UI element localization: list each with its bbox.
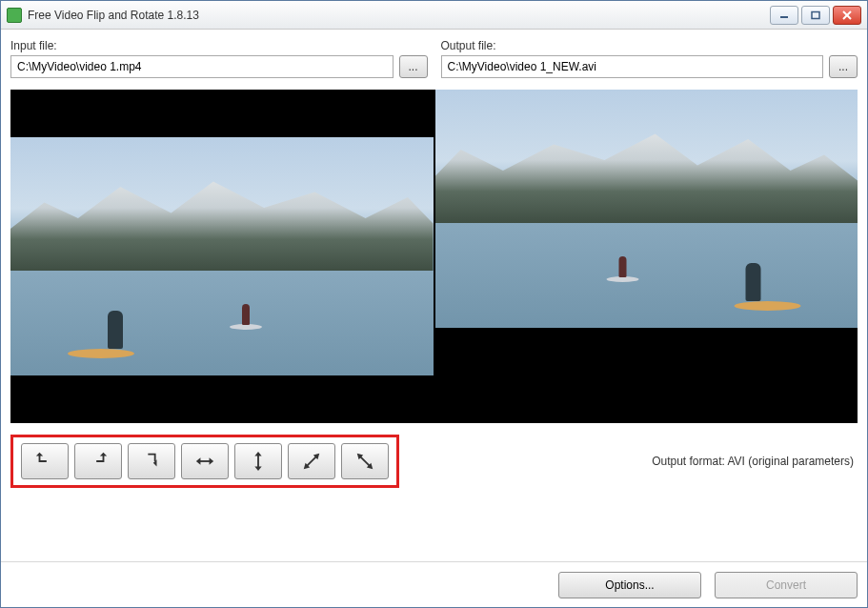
preview-input bbox=[10, 90, 434, 423]
svg-marker-12 bbox=[254, 467, 261, 472]
minimize-button[interactable] bbox=[770, 6, 798, 25]
preview-area bbox=[10, 90, 858, 423]
rotate-cw-button[interactable] bbox=[74, 443, 122, 479]
maximize-icon bbox=[810, 10, 821, 20]
output-file-field[interactable] bbox=[441, 55, 824, 78]
rotate-180-button[interactable] bbox=[128, 443, 175, 479]
flip-diagonal-2-icon bbox=[353, 451, 376, 472]
window-controls bbox=[770, 6, 861, 25]
svg-marker-9 bbox=[210, 457, 214, 464]
output-browse-button[interactable]: ... bbox=[829, 55, 858, 78]
svg-rect-1 bbox=[812, 11, 819, 18]
window-title: Free Video Flip and Rotate 1.8.13 bbox=[28, 9, 770, 22]
file-row: Input file: ... Output file: ... bbox=[10, 39, 858, 78]
rotate-180-icon bbox=[140, 451, 163, 472]
output-file-section: Output file: ... bbox=[441, 39, 858, 78]
app-icon bbox=[7, 8, 22, 23]
input-file-line: ... bbox=[10, 55, 428, 78]
svg-marker-5 bbox=[100, 453, 107, 456]
flip-horizontal-button[interactable] bbox=[181, 443, 229, 479]
output-format-label: Output format: AVI (original parameters) bbox=[652, 455, 858, 468]
flip-vertical-icon bbox=[247, 451, 270, 472]
flip-diagonal-1-icon bbox=[300, 451, 323, 472]
maximize-button[interactable] bbox=[801, 6, 830, 25]
flip-horizontal-icon bbox=[193, 451, 216, 472]
output-file-line: ... bbox=[441, 55, 858, 78]
options-button[interactable]: Options... bbox=[558, 572, 701, 598]
svg-marker-11 bbox=[254, 452, 261, 456]
rotate-cw-icon bbox=[87, 451, 110, 472]
close-icon bbox=[841, 10, 853, 20]
close-button[interactable] bbox=[833, 6, 861, 25]
transform-toolbar bbox=[10, 435, 399, 488]
output-file-label: Output file: bbox=[441, 39, 858, 52]
rotate-ccw-icon bbox=[33, 451, 56, 472]
flip-diagonal-2-button[interactable] bbox=[341, 443, 389, 479]
flip-diagonal-1-button[interactable] bbox=[288, 443, 335, 479]
footer-bar: Options... Convert bbox=[1, 561, 867, 607]
input-browse-button[interactable]: ... bbox=[399, 55, 428, 78]
flip-vertical-button[interactable] bbox=[234, 443, 282, 479]
title-bar[interactable]: Free Video Flip and Rotate 1.8.13 bbox=[1, 1, 867, 30]
content-area: Input file: ... Output file: ... bbox=[1, 30, 867, 561]
toolbar-row: Output format: AVI (original parameters) bbox=[10, 435, 858, 488]
preview-output bbox=[435, 90, 858, 423]
rotate-ccw-button[interactable] bbox=[21, 443, 69, 479]
svg-marker-8 bbox=[196, 457, 201, 464]
convert-button[interactable]: Convert bbox=[715, 572, 858, 598]
svg-marker-4 bbox=[36, 453, 43, 456]
app-window: Free Video Flip and Rotate 1.8.13 Input … bbox=[0, 0, 868, 608]
minimize-icon bbox=[778, 10, 790, 20]
input-file-field[interactable] bbox=[10, 55, 394, 78]
input-file-section: Input file: ... bbox=[10, 39, 428, 78]
input-file-label: Input file: bbox=[10, 39, 428, 52]
